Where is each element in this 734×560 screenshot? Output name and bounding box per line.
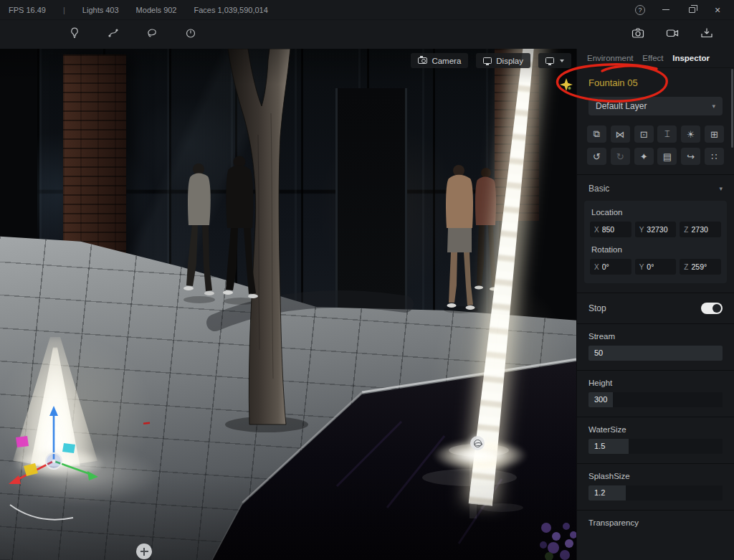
add-button[interactable]: ⊞ xyxy=(705,125,724,143)
tab-environment[interactable]: Environment xyxy=(587,54,634,62)
transparency-label: Transparency xyxy=(588,518,723,527)
camera-view-button[interactable]: Camera xyxy=(411,53,468,68)
duplicate-button[interactable]: ⧉ xyxy=(587,125,606,143)
watersize-property: WaterSize 1.5 xyxy=(577,417,734,454)
grid-dots-icon: ∷ xyxy=(711,151,717,162)
tab-effect[interactable]: Effect xyxy=(642,54,663,62)
axis-label: Y xyxy=(639,226,644,234)
chevron-down-icon: ▾ xyxy=(719,185,723,192)
brightness-button[interactable]: ☀ xyxy=(681,125,700,143)
lasso-tool-button[interactable] xyxy=(143,26,161,43)
viewport-overlay-buttons: Camera Display xyxy=(411,53,571,68)
watersize-label: WaterSize xyxy=(588,425,723,434)
layer-select[interactable]: Default Layer ▾ xyxy=(588,97,723,115)
axis-label: Z xyxy=(684,226,688,234)
location-row: X 850 Y 32730 Z 2730 xyxy=(590,222,721,237)
effects-star-icon: ✦ xyxy=(640,151,648,162)
fps-stat: FPS 16.49 xyxy=(9,6,46,14)
minimize-button[interactable] xyxy=(658,3,674,17)
column-icon: ⌶ xyxy=(664,128,670,140)
basic-section-label: Basic xyxy=(588,184,609,194)
axis-value: 2730 xyxy=(691,225,707,234)
stream-slider[interactable]: 50 xyxy=(588,346,723,361)
help-button[interactable]: ? xyxy=(635,5,645,15)
minimize-icon xyxy=(662,9,669,11)
watersize-slider[interactable]: 1.5 xyxy=(588,439,723,454)
watersize-value: 1.5 xyxy=(594,439,605,454)
stop-toggle[interactable] xyxy=(701,303,723,314)
mirror-button[interactable]: ⋈ xyxy=(611,125,630,143)
rotation-z-field[interactable]: Z 259° xyxy=(680,259,721,275)
move-cross-icon xyxy=(140,548,148,556)
location-x-field[interactable]: X 850 xyxy=(590,222,631,237)
splashsize-slider[interactable]: 1.2 xyxy=(588,485,723,500)
height-slider[interactable]: 300 xyxy=(588,392,723,407)
models-stat: Models 902 xyxy=(136,6,177,14)
lasso-icon xyxy=(146,27,158,42)
red-axis-marker xyxy=(143,422,150,424)
axis-value: 259° xyxy=(691,262,707,271)
faces-stat: Faces 1,039,590,014 xyxy=(194,6,267,14)
redo-button[interactable]: ↻ xyxy=(611,148,630,165)
column-button[interactable]: ⌶ xyxy=(657,125,677,143)
window-controls: ? × xyxy=(632,3,734,17)
object-header: Fountain 05 xyxy=(577,68,734,94)
add-box-icon: ⊞ xyxy=(710,129,718,140)
pan-handle[interactable] xyxy=(136,544,152,559)
splashsize-label: SplashSize xyxy=(588,472,723,480)
path-tool-button[interactable] xyxy=(105,26,122,43)
rotation-y-field[interactable]: Y 0° xyxy=(635,259,677,275)
video-button[interactable] xyxy=(664,26,681,43)
chevron-down-icon xyxy=(560,60,564,62)
d5-render-window: FPS 16.49 | Lights 403 Models 902 Faces … xyxy=(0,0,734,560)
slider-fill xyxy=(588,346,723,361)
share-button[interactable]: ↪ xyxy=(681,148,700,165)
grid-button[interactable]: ∷ xyxy=(705,148,724,165)
object-tool-grid: ⧉ ⋈ ⊡ ⌶ ☀ ⊞ ↺ ↻ ✦ ▤ ↪ ∷ xyxy=(587,125,724,165)
rotation-x-field[interactable]: X 0° xyxy=(590,259,631,275)
library-button[interactable]: ▤ xyxy=(657,148,677,165)
display-mode-dropdown[interactable] xyxy=(538,53,571,68)
display-settings-button[interactable]: Display xyxy=(476,53,530,68)
share-arrow-icon: ↪ xyxy=(687,151,695,162)
redo-icon: ↻ xyxy=(616,151,624,162)
light-tool-button[interactable] xyxy=(66,26,83,43)
monitor-icon xyxy=(545,57,554,64)
undo-button[interactable]: ↺ xyxy=(587,148,606,165)
viewport-3d[interactable]: Camera Display xyxy=(0,49,576,560)
timer-tool-button[interactable] xyxy=(182,26,199,43)
creation-tools xyxy=(0,26,199,43)
lights-stat: Lights 403 xyxy=(82,6,119,14)
height-property: Height 300 xyxy=(577,371,734,407)
effects-button[interactable]: ✦ xyxy=(634,148,654,165)
render-queue-button[interactable] xyxy=(698,26,715,43)
sphere-icon xyxy=(474,440,482,447)
location-z-field[interactable]: Z 2730 xyxy=(680,222,721,237)
axis-value: 0° xyxy=(602,262,609,271)
stat-separator: | xyxy=(63,6,65,14)
restore-button[interactable] xyxy=(684,3,700,17)
path-icon xyxy=(108,27,119,42)
transform-subpanel: Location X 850 Y 32730 Z 2730 Rotation X xyxy=(584,201,727,283)
display-button-label: Display xyxy=(496,57,523,65)
undo-icon: ↺ xyxy=(593,151,601,162)
location-y-field[interactable]: Y 32730 xyxy=(635,222,677,237)
pedestrian-black xyxy=(223,156,258,299)
layer-select-value: Default Layer xyxy=(596,101,647,111)
fountain-selection-handle[interactable] xyxy=(470,436,485,450)
object-name: Fountain 05 xyxy=(588,77,638,88)
screenshot-button[interactable] xyxy=(629,26,647,43)
basic-section-header[interactable]: Basic ▾ xyxy=(577,175,734,194)
folder-icon: ▤ xyxy=(663,151,672,162)
splashsize-value: 1.2 xyxy=(594,485,605,500)
scene-stats: FPS 16.49 | Lights 403 Models 902 Faces … xyxy=(0,6,268,14)
panel-tabs: Environment Effect Inspector xyxy=(577,49,734,68)
panel-scrollbar[interactable] xyxy=(731,69,733,148)
stream-label: Stream xyxy=(588,332,723,341)
rotation-label: Rotation xyxy=(591,245,720,254)
fountain-object-icon[interactable] xyxy=(559,77,573,92)
focus-button[interactable]: ⊡ xyxy=(634,125,654,143)
transform-gizmo[interactable] xyxy=(0,400,108,544)
tab-inspector[interactable]: Inspector xyxy=(672,54,710,62)
close-button[interactable]: × xyxy=(710,3,725,17)
